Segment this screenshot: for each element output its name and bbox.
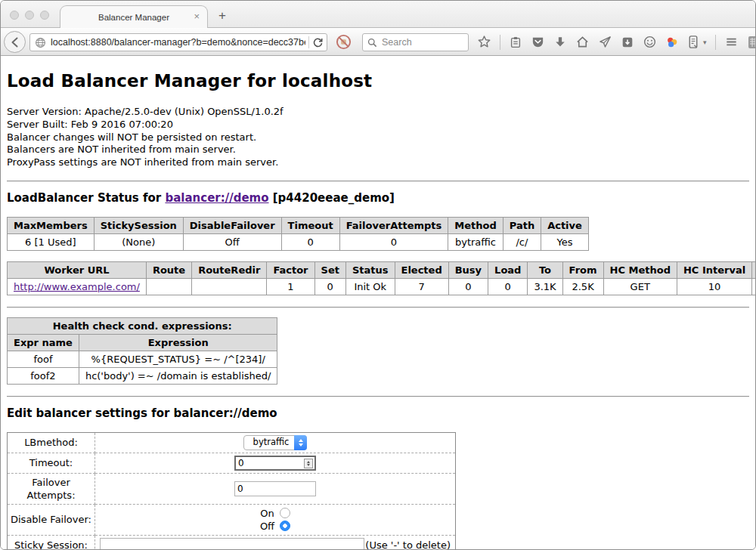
failover-attempts-input[interactable] xyxy=(234,481,316,496)
feedback-smiley-icon[interactable] xyxy=(643,35,657,49)
divider xyxy=(7,181,749,182)
clipboard-icon[interactable] xyxy=(509,36,522,49)
lbmethod-select[interactable]: bytraffic xyxy=(243,435,308,450)
col-from: From xyxy=(562,261,603,278)
globe-icon xyxy=(35,37,46,48)
col-load: Load xyxy=(488,261,528,278)
cell-load: 0 xyxy=(488,278,528,295)
col-elected: Elected xyxy=(395,261,448,278)
chevron-down-icon[interactable]: ▾ xyxy=(703,39,707,46)
cell-set: 0 xyxy=(314,278,345,295)
status-heading-suffix: [p4420eeae_demo] xyxy=(269,191,395,205)
col-to: To xyxy=(528,261,562,278)
lbmethod-label: LBmethod: xyxy=(8,432,95,453)
reload-icon[interactable] xyxy=(312,37,324,48)
col-hc-interval: HC Interval xyxy=(677,261,751,278)
col-timeout: Timeout xyxy=(281,217,339,233)
downloads-icon[interactable] xyxy=(553,36,567,49)
toolbar-separator xyxy=(715,35,716,50)
table-row: foof2 hc('body') =~ /domain is establish… xyxy=(8,367,277,384)
select-stepper-icon xyxy=(294,435,307,450)
content-blocker-icon[interactable] xyxy=(336,34,352,50)
col-stickysession: StickySession xyxy=(94,217,183,233)
radio-off-label: Off xyxy=(260,520,274,533)
col-passes: Passes xyxy=(752,261,756,278)
col-path: Path xyxy=(503,217,541,233)
balancer-demo-link[interactable]: balancer://demo xyxy=(165,191,268,205)
number-spinner-icon[interactable] xyxy=(304,459,313,468)
urlbar-divider xyxy=(308,36,309,48)
worker-url-link[interactable]: http://www.example.com/ xyxy=(14,281,140,292)
col-disablefailover: DisableFailover xyxy=(183,217,281,233)
col-expression: Expression xyxy=(79,334,277,351)
disable-failover-off-radio[interactable] xyxy=(280,521,290,531)
table-header-row: Worker URL Route RouteRedir Factor Set S… xyxy=(8,261,756,278)
divider xyxy=(7,307,749,308)
table-header-row: MaxMembers StickySession DisableFailover… xyxy=(8,217,589,233)
send-tab-icon[interactable] xyxy=(598,35,612,49)
search-input[interactable] xyxy=(382,37,457,48)
form-row-timeout: Timeout: xyxy=(8,453,456,473)
sticky-session-label: Sticky Session: xyxy=(8,535,95,550)
radio-on-label: On xyxy=(260,507,274,520)
disable-failover-on-radio[interactable] xyxy=(280,508,290,518)
col-routeredir: RouteRedir xyxy=(192,261,267,278)
back-button[interactable] xyxy=(4,31,26,53)
lbmethod-selected-value: bytraffic xyxy=(253,436,290,449)
timeout-label: Timeout: xyxy=(8,453,95,473)
tab-balancer-manager[interactable]: Balancer Manager × xyxy=(60,5,208,29)
cell-expression: hc('body') =~ /domain is established/ xyxy=(79,367,277,384)
cell-expr-name: foof xyxy=(8,351,79,367)
cell-status: Init Ok xyxy=(345,278,395,295)
worker-table: Worker URL Route RouteRedir Factor Set S… xyxy=(7,261,756,295)
col-set: Set xyxy=(314,261,345,278)
menu-icon[interactable] xyxy=(724,35,739,49)
url-bar[interactable]: localhost:8880/balancer-manager?b=demo&n… xyxy=(29,33,327,51)
tab-close-icon[interactable]: × xyxy=(194,11,200,21)
table-row: foof %{REQUEST_STATUS} =~ /^[234]/ xyxy=(8,351,277,367)
zoom-window-button[interactable] xyxy=(40,11,49,20)
new-tab-button[interactable]: + xyxy=(218,8,226,23)
cell-expr-name: foof2 xyxy=(8,367,79,384)
cell-hc-interval: 10 xyxy=(677,278,751,295)
cell-expression: %{REQUEST_STATUS} =~ /^[234]/ xyxy=(79,351,277,367)
home-icon[interactable] xyxy=(575,35,590,49)
cell-method: bytraffic xyxy=(448,233,503,250)
cell-routeredir xyxy=(192,278,267,295)
sticky-session-note: (Use '-' to delete) xyxy=(365,539,452,550)
failover-attempts-label: Failover Attempts: xyxy=(8,473,95,504)
table-row: http://www.example.com/ 1 0 Init Ok 7 0 … xyxy=(8,278,756,295)
divider xyxy=(7,396,749,397)
search-bar[interactable] xyxy=(362,33,469,51)
balancer-status-table: MaxMembers StickySession DisableFailover… xyxy=(7,217,589,251)
col-method: Method xyxy=(448,217,503,233)
bookmark-star-icon[interactable] xyxy=(477,35,491,49)
col-route: Route xyxy=(146,261,191,278)
browser-window: Balancer Manager × + localhost:8880/bala… xyxy=(0,0,756,550)
pocket-icon[interactable] xyxy=(531,35,545,49)
back-arrow-icon xyxy=(9,36,21,48)
close-window-button[interactable] xyxy=(10,11,19,20)
page-tiles-icon[interactable] xyxy=(747,35,756,50)
url-text[interactable]: localhost:8880/balancer-manager?b=demo&n… xyxy=(51,37,305,48)
search-icon xyxy=(367,38,377,48)
colors-icon[interactable] xyxy=(665,36,679,49)
notes-panel-icon[interactable] xyxy=(687,35,699,49)
cell-disablefailover: Off xyxy=(183,233,281,250)
col-active: Active xyxy=(541,217,589,233)
form-row-lbmethod: LBmethod: bytraffic xyxy=(8,432,456,453)
minimize-window-button[interactable] xyxy=(25,11,34,20)
cell-stickysession: (None) xyxy=(94,233,183,250)
nav-toolbar: localhost:8880/balancer-manager?b=demo&n… xyxy=(1,28,755,56)
cell-passes: 1 (0) xyxy=(752,278,756,295)
save-to-device-icon[interactable] xyxy=(621,36,634,49)
cell-maxmembers: 6 [1 Used] xyxy=(8,233,94,250)
col-busy: Busy xyxy=(448,261,488,278)
col-factor: Factor xyxy=(267,261,314,278)
server-built: Server Built: Feb 9 2016 07:00:20 xyxy=(7,119,749,131)
col-worker-url: Worker URL xyxy=(8,261,147,278)
cell-factor: 1 xyxy=(267,278,314,295)
sticky-session-input[interactable] xyxy=(100,538,364,550)
cell-failoverattempts: 0 xyxy=(339,233,448,250)
health-check-table: Health check cond. expressions: Expr nam… xyxy=(7,317,277,385)
